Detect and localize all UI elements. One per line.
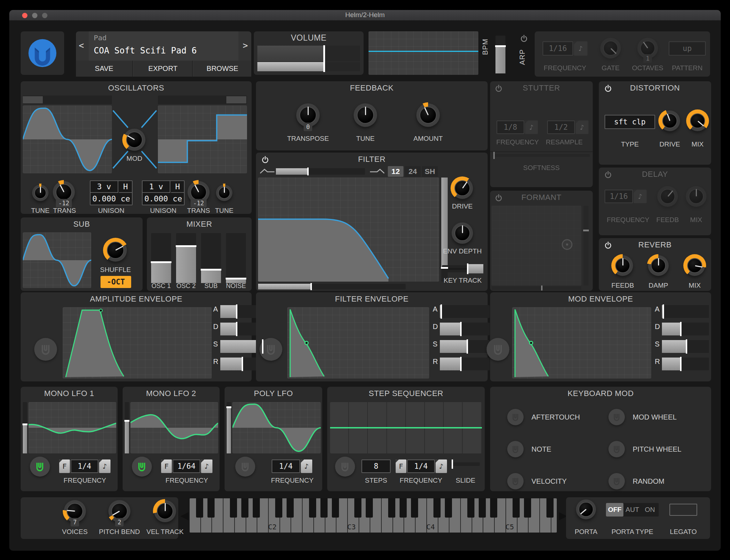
step-seq-slide-slider[interactable]	[451, 462, 480, 466]
black-key[interactable]	[287, 498, 294, 518]
mod-env-decay-slider[interactable]	[662, 323, 709, 335]
reverb-feedback-knob[interactable]	[612, 255, 633, 276]
osc2-unison-tune[interactable]: 0.000 ce	[143, 193, 184, 205]
porta-type-off[interactable]: OFF	[606, 503, 623, 517]
formant-x-slider[interactable]	[492, 286, 581, 290]
mono-lfo-1-mod-source-icon[interactable]	[30, 457, 50, 477]
black-key[interactable]	[411, 498, 418, 518]
osc1-wave-selector[interactable]	[23, 96, 112, 104]
filter-power-button[interactable]	[261, 155, 269, 164]
black-key[interactable]	[275, 498, 282, 518]
velocity-mod-source-icon[interactable]	[507, 473, 524, 489]
osc2-unison-voices[interactable]: 1 v	[143, 181, 170, 193]
filter-env-sustain-slider[interactable]	[440, 340, 490, 353]
pitch-wheel-mod-source-icon[interactable]	[608, 441, 625, 457]
poly-lfo-display[interactable]	[232, 402, 321, 453]
volume-slider[interactable]	[257, 46, 360, 61]
step-sequencer-display[interactable]	[330, 402, 482, 453]
black-key[interactable]	[230, 498, 237, 518]
delay-frequency-value[interactable]: 1/16	[605, 190, 633, 203]
export-button[interactable]: EXPORT	[134, 61, 193, 77]
reverb-mix-knob[interactable]	[684, 255, 705, 276]
black-key[interactable]	[253, 498, 260, 518]
black-key[interactable]	[467, 498, 474, 518]
filter-env-release-slider[interactable]	[440, 358, 490, 370]
mono-lfo-2-note-button[interactable]: ♪	[201, 459, 212, 473]
arp-power-button[interactable]	[520, 34, 528, 43]
mono-lfo-2-amount-slider[interactable]	[125, 402, 129, 453]
delay-power-button[interactable]	[604, 170, 612, 179]
reverb-damp-knob[interactable]	[648, 255, 669, 276]
amp-env-mod-source-icon[interactable]	[34, 338, 57, 361]
black-key[interactable]	[513, 498, 520, 518]
filter-env-decay-slider[interactable]	[440, 323, 490, 335]
filter-response-display[interactable]	[258, 178, 439, 282]
black-key[interactable]	[196, 498, 203, 518]
filter-12db-button[interactable]: 12	[388, 166, 403, 177]
amp-env-sustain-slider[interactable]	[220, 340, 270, 353]
black-key[interactable]	[479, 498, 486, 518]
arp-note-sync-button[interactable]: ♪	[574, 41, 587, 56]
patch-display[interactable]: Pad COA Soft Scifi Pad 6	[89, 31, 238, 61]
mod-env-sustain-point[interactable]	[529, 341, 533, 345]
mono-lfo-2-display[interactable]	[130, 402, 218, 453]
stutter-frequency-note-button[interactable]: ♪	[525, 120, 538, 134]
step-seq-frequency-value[interactable]: 1/4	[407, 459, 435, 473]
next-patch-button[interactable]: >	[243, 41, 248, 51]
sub-shuffle-knob[interactable]	[104, 239, 127, 262]
random-mod-source-icon[interactable]	[608, 473, 625, 489]
black-key[interactable]	[388, 498, 395, 518]
browse-button[interactable]: BROWSE	[194, 61, 251, 77]
mixer-osc2-slider[interactable]	[176, 233, 196, 283]
black-key[interactable]	[241, 498, 248, 518]
black-key[interactable]	[400, 498, 407, 518]
mod-wheel-mod-source-icon[interactable]	[608, 409, 625, 425]
legato-toggle[interactable]	[669, 504, 697, 516]
aftertouch-mod-source-icon[interactable]	[507, 409, 524, 425]
stutter-frequency-value[interactable]: 1/8	[497, 120, 524, 134]
sub-octave-button[interactable]: -OCT	[101, 276, 131, 288]
black-key[interactable]	[490, 498, 497, 518]
osc1-unison-harmonize-button[interactable]: H	[119, 181, 132, 193]
arp-gate-knob[interactable]	[600, 38, 621, 58]
mod-env-mod-source-icon[interactable]	[487, 338, 509, 361]
filter-env-sustain-point[interactable]	[304, 341, 309, 345]
filter-key-track-slider[interactable]	[442, 265, 483, 272]
osc1-tune-knob[interactable]	[32, 185, 48, 201]
black-key[interactable]	[320, 498, 328, 518]
distortion-type-value[interactable]: sft clp	[605, 115, 655, 129]
arp-pattern-value[interactable]: up	[669, 41, 706, 56]
stutter-resample-note-button[interactable]: ♪	[576, 120, 588, 134]
keyboard-octave-down-arrow[interactable]: ◀	[180, 509, 189, 522]
amp-env-sustain-point[interactable]	[99, 309, 103, 312]
mono-lfo-1-note-button[interactable]: ♪	[99, 459, 110, 473]
porta-type-switch[interactable]: OFF AUT ON	[606, 503, 659, 517]
step-seq-mod-source-icon[interactable]	[335, 457, 355, 477]
filter-env-depth-knob[interactable]	[452, 222, 473, 244]
stutter-softness-slider[interactable]	[493, 154, 590, 157]
poly-lfo-mod-source-icon[interactable]	[235, 457, 255, 477]
mono-lfo-1-amount-slider[interactable]	[23, 402, 27, 453]
black-key[interactable]	[354, 498, 361, 518]
poly-lfo-amount-slider[interactable]	[227, 402, 231, 453]
porta-knob[interactable]	[576, 499, 596, 519]
filter-cutoff-slider[interactable]	[258, 284, 406, 289]
black-key[interactable]	[366, 498, 373, 518]
porta-type-on[interactable]: ON	[641, 503, 659, 517]
amp-envelope-display[interactable]	[63, 307, 212, 379]
delay-mix-knob[interactable]	[686, 186, 706, 207]
mono-lfo-2-mod-source-icon[interactable]	[132, 457, 152, 477]
filter-envelope-display[interactable]	[287, 307, 429, 379]
filter-sh-button[interactable]: SH	[422, 166, 438, 177]
poly-lfo-frequency-value[interactable]: 1/4	[272, 459, 300, 473]
distortion-drive-knob[interactable]	[659, 111, 680, 131]
osc1-unison-tune[interactable]: 0.000 ce	[91, 193, 132, 205]
bpm-slider[interactable]	[495, 36, 505, 73]
osc1-waveform-display[interactable]	[23, 106, 112, 173]
delay-frequency-note-button[interactable]: ♪	[634, 190, 647, 203]
distortion-power-button[interactable]	[604, 84, 612, 93]
stutter-resample-value[interactable]: 1/2	[547, 120, 575, 134]
sub-waveform-display[interactable]	[23, 232, 91, 288]
feedback-amount-knob[interactable]	[416, 103, 440, 127]
osc1-unison-voices[interactable]: 3 v	[91, 181, 118, 193]
